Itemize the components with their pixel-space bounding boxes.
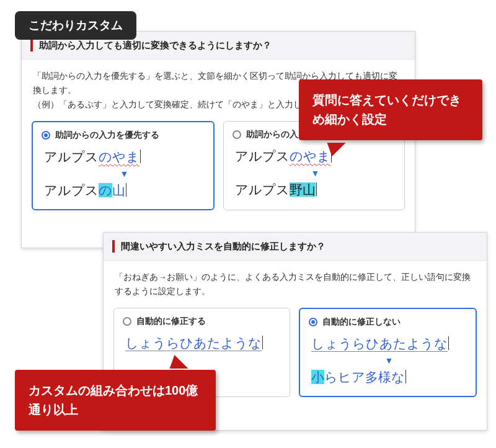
sample-seg: 野山: [290, 182, 316, 197]
option-label: 助詞からの入力を優先する: [55, 130, 159, 141]
sample-seg: アルプス: [44, 150, 99, 164]
panel-desc-line2: （例）「あるぷす」と入力して変換確定、続けて「のやま」と入力して変換: [33, 100, 328, 109]
text-caret: [140, 150, 141, 163]
sample-seg: しょうらひあたような: [125, 336, 262, 351]
radio-icon: [232, 130, 241, 139]
option-head[interactable]: 自動的に修正しない: [309, 316, 467, 328]
text-caret: [448, 336, 449, 350]
text-caret: [405, 370, 406, 383]
arrow-down-icon: ▼: [311, 356, 467, 365]
panel-description: 「おねぎあ→お願い」のように、よくある入力ミスを自動的に修正して、正しい語句に変…: [104, 261, 487, 304]
sample-seg: 山: [112, 183, 125, 197]
sample-seg: の: [99, 183, 112, 197]
callout-bubble-bottom: カスタムの組み合わせは100億通り以上: [15, 370, 216, 431]
accent-bar: [30, 39, 33, 52]
option-prioritize-joshi[interactable]: 助詞からの入力を優先する アルプスのやま ▼ アルプスの山: [32, 121, 215, 210]
panel-title: 間違いやすい入力ミスを自動的に修正しますか？: [121, 241, 326, 253]
option-head[interactable]: 自動的に修正する: [123, 316, 281, 327]
panel-header: 間違いやすい入力ミスを自動的に修正しますか？: [104, 233, 487, 261]
conversion-sample: しょうらひあたような: [123, 333, 281, 353]
radio-icon: [123, 317, 131, 326]
sample-seg: アルプス: [235, 182, 290, 197]
radio-icon: [42, 131, 50, 140]
feature-badge: こだわりカスタム: [15, 11, 136, 40]
option-autocorrect-off[interactable]: 自動的に修正しない しょうらひあたような ▼ 小らヒア多様な: [299, 308, 477, 397]
sample-seg: らヒア多様な: [324, 370, 405, 384]
sample-seg: しょうらひあたような: [311, 336, 448, 352]
conversion-sample: しょうらひあたような ▼ 小らヒア多様な: [309, 334, 467, 387]
panel-desc-text: 「おねぎあ→お願い」のように、よくある入力ミスを自動的に修正して、正しい語句に変…: [115, 272, 471, 296]
sample-seg: アルプス: [44, 183, 99, 197]
option-head[interactable]: 助詞からの入力を優先する: [42, 130, 205, 141]
text-caret: [262, 336, 263, 349]
radio-icon: [309, 318, 317, 326]
arrow-down-icon: ▼: [44, 169, 205, 178]
option-label: 自動的に修正しない: [322, 316, 401, 328]
conversion-sample: アルプスのやま ▼ アルプスの山: [42, 147, 205, 200]
text-caret: [126, 183, 126, 197]
arrow-down-icon: ▼: [235, 169, 396, 177]
sample-seg: 小: [311, 370, 324, 384]
option-label: 自動的に修正する: [136, 316, 206, 327]
panel-title: 助詞から入力しても適切に変換できるようにしますか？: [39, 40, 272, 52]
text-caret: [316, 182, 317, 196]
sample-seg: アルプス: [235, 149, 290, 163]
sample-seg: のやま: [99, 150, 140, 164]
accent-bar: [112, 240, 115, 253]
callout-bubble-top: 質問に答えていくだけできめ細かく設定: [299, 79, 482, 140]
conversion-sample: アルプスのやま ▼ アルプス野山: [232, 146, 396, 200]
